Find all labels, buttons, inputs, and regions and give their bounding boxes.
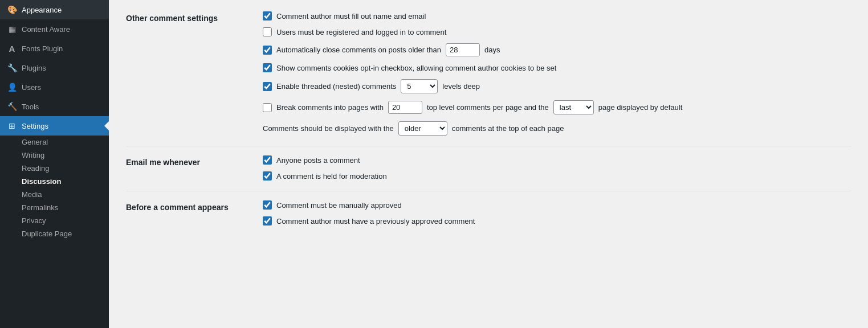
sidebar-sub-reading[interactable]: Reading [0,162,109,175]
email-me-content: Anyone posts a comment A comment is held… [263,155,851,181]
close-comments-days-input[interactable] [446,43,480,56]
sidebar-item-users[interactable]: 👤 Users [0,77,109,97]
sidebar-sub-privacy[interactable]: Privacy [0,214,109,227]
email-me-label: Email me whenever [126,155,251,167]
break-comments-checkbox[interactable] [263,103,272,112]
break-comments-label-before: Break comments into pages with [276,103,384,112]
manually-approved-label: Comment must be manually approved [276,201,402,210]
before-comment-label: Before a comment appears [126,200,251,212]
sidebar-item-tools-label: Tools [22,102,39,111]
sidebar-item-appearance[interactable]: 🎨 Appearance [0,0,109,19]
users-registered-checkbox[interactable] [263,27,272,36]
sidebar-item-appearance-label: Appearance [22,6,62,14]
auto-close-row: Automatically close comments on posts ol… [263,43,851,56]
plugins-icon: 🔧 [7,63,17,73]
users-registered-label: Users must be registered and logged in t… [276,28,446,36]
cookies-checkbox-row: Show comments cookies opt-in checkbox, a… [263,63,851,72]
author-fill-row: Comment author must fill out name and em… [263,11,851,20]
threaded-label-after: levels deep [442,82,480,91]
sidebar-item-fonts-plugin[interactable]: A Fonts Plugin [0,39,109,58]
other-comment-settings-label: Other comment settings [126,11,251,23]
email-me-section: Email me whenever Anyone posts a comment… [126,155,851,181]
appearance-icon: 🎨 [7,5,17,15]
cookies-checkbox[interactable] [263,63,272,72]
auto-close-label-after: days [484,46,500,54]
threaded-label-before: Enable threaded (nested) comments [276,82,396,91]
comments-per-page-input[interactable] [388,101,422,114]
sidebar-item-plugins[interactable]: 🔧 Plugins [0,58,109,77]
author-fill-checkbox[interactable] [263,11,272,20]
fonts-plugin-icon: A [7,43,17,54]
sidebar-item-content-aware[interactable]: ▦ Content Aware [0,19,109,39]
sidebar-item-plugins-label: Plugins [22,64,46,72]
comment-held-checkbox[interactable] [263,171,272,181]
anyone-posts-checkbox[interactable] [263,155,272,165]
sidebar: 🎨 Appearance ▦ Content Aware A Fonts Plu… [0,0,109,328]
break-comments-label-middle: top level comments per page and the [427,103,549,112]
users-registered-row: Users must be registered and logged in t… [263,27,851,36]
manually-approved-row: Comment must be manually approved [263,200,851,210]
comment-order-label-before: Comments should be displayed with the [263,124,394,133]
divider-2 [126,191,851,191]
sidebar-item-fonts-plugin-label: Fonts Plugin [22,44,63,53]
sidebar-sub-permalinks[interactable]: Permalinks [0,201,109,214]
thread-depth-select[interactable]: 12345678910 [401,79,438,93]
main-content: Other comment settings Comment author mu… [109,0,868,328]
divider-1 [126,146,851,146]
threaded-checkbox[interactable] [263,82,272,91]
sidebar-item-content-aware-label: Content Aware [22,25,70,34]
comment-order-label-after: comments at the top of each page [452,124,564,133]
default-page-select[interactable]: firstlast [553,100,594,114]
sidebar-sub-media[interactable]: Media [0,188,109,201]
comment-held-row: A comment is held for moderation [263,171,851,181]
anyone-posts-label: Anyone posts a comment [276,156,360,165]
comment-order-select[interactable]: newerolder [398,121,447,136]
manually-approved-checkbox[interactable] [263,200,272,210]
other-comment-settings-content: Comment author must fill out name and em… [263,11,851,136]
sidebar-sub-duplicate-page[interactable]: Duplicate Page [0,227,109,240]
comment-held-label: A comment is held for moderation [276,172,387,181]
before-comment-content: Comment must be manually approved Commen… [263,200,851,226]
sidebar-sub-general[interactable]: General [0,136,109,149]
tools-icon: 🔨 [7,101,17,112]
sidebar-sub-writing[interactable]: Writing [0,149,109,162]
sidebar-item-users-label: Users [22,83,41,92]
auto-close-label-before: Automatically close comments on posts ol… [276,46,441,54]
other-comment-settings-section: Other comment settings Comment author mu… [126,11,851,136]
comment-order-row: Comments should be displayed with the ne… [263,121,851,136]
before-comment-section: Before a comment appears Comment must be… [126,200,851,226]
content-aware-icon: ▦ [7,24,17,34]
author-fill-label: Comment author must fill out name and em… [276,12,426,20]
sidebar-sub-discussion[interactable]: Discussion [0,175,109,188]
cookies-label: Show comments cookies opt-in checkbox, a… [276,64,556,72]
auto-close-checkbox[interactable] [263,46,272,55]
settings-icon: ⊞ [7,121,17,131]
break-comments-row: Break comments into pages with top level… [263,100,851,114]
previously-approved-label: Comment author must have a previously ap… [276,217,475,226]
previously-approved-row: Comment author must have a previously ap… [263,216,851,226]
threaded-comments-row: Enable threaded (nested) comments 123456… [263,79,851,93]
sidebar-item-settings[interactable]: ⊞ Settings [0,116,109,136]
anyone-posts-row: Anyone posts a comment [263,155,851,165]
previously-approved-checkbox[interactable] [263,216,272,226]
users-icon: 👤 [7,82,17,92]
sidebar-item-settings-label: Settings [22,122,48,130]
break-comments-label-after: page displayed by default [598,103,682,112]
sidebar-item-tools[interactable]: 🔨 Tools [0,97,109,116]
